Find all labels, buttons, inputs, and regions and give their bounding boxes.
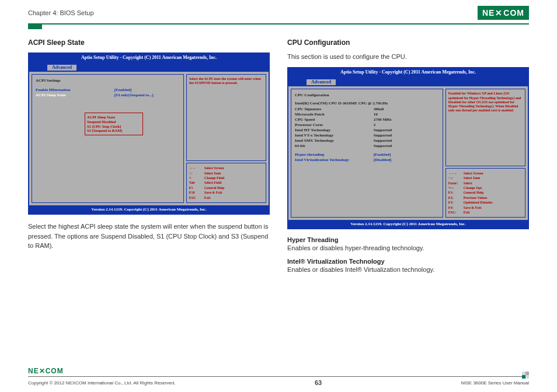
intel-vt-text: Enables or disables Intel® Virtualizatio… xyxy=(287,265,529,275)
popup-title: ACPI Sleep State xyxy=(87,115,141,120)
bios-footer-cpu: Version 2.14.1219. Copyright (C) 2011 Am… xyxy=(288,220,528,228)
popup-opt1[interactable]: Suspend Disabled xyxy=(87,120,141,124)
page-footer: NE✕COM Copyright © 2012 NEXCOM Internati… xyxy=(28,367,529,386)
copyright-text: Copyright © 2012 NEXCOM International Co… xyxy=(28,380,176,386)
nexcom-logo: NE✕COM xyxy=(478,6,529,20)
cpu-config-title: CPU Configuration xyxy=(287,38,529,47)
bios-panel-cpu: Aptio Setup Utility - Copyright (C) 2011… xyxy=(287,67,529,229)
bios-titlebar: Aptio Setup Utility - Copyright (C) 2011… xyxy=(29,54,269,61)
bios-footer: Version 2.14.1219. Copyright (C) 2011 Am… xyxy=(29,205,269,214)
manual-name: NISE 3600E Series User Manual xyxy=(461,380,530,386)
hyper-threading-heading: Hyper Threading xyxy=(287,236,529,243)
bios-main-pane-cpu: CPU Configuration Intel(R) Core(TM) CPU … xyxy=(291,89,443,218)
cpu-config-header: CPU Configuration xyxy=(295,93,439,97)
left-column: ACPI Sleep State Aptio Setup Utility - C… xyxy=(28,38,270,274)
cpu-name: Intel(R) Core(TM) CPU i5-3610ME CPU @ 2.… xyxy=(295,101,439,106)
bios-tab-advanced[interactable]: Advanced xyxy=(47,64,77,71)
popup-opt3[interactable]: S3 (Suspend to RAM) xyxy=(87,128,141,133)
acpi-sleep-state-value[interactable]: [S3 only(Suspend to...] xyxy=(114,93,180,97)
bios-help-pane-cpu: Enabled for Windows XP and Linux (OS opt… xyxy=(445,89,525,166)
acpi-sleep-state-label[interactable]: ACPI Sleep State xyxy=(36,93,114,97)
bios-tab-row: Advanced xyxy=(29,61,269,71)
popup-opt2[interactable]: S1 (CPU Stop Clock) xyxy=(87,124,141,129)
right-column: CPU Configuration This section is used t… xyxy=(287,38,529,274)
cpu-config-subtitle: This section is used to configure the CP… xyxy=(287,52,529,61)
bios-panel-acpi: Aptio Setup Utility - Copyright (C) 2011… xyxy=(28,52,270,215)
hyper-threading-text: Enables or disables hyper-threading tech… xyxy=(287,243,529,253)
side-tab-marker xyxy=(28,23,42,29)
acpi-settings-header: ACPI Settings xyxy=(36,78,180,83)
bios-help-pane: Select the ACPI state the system will en… xyxy=(186,74,266,161)
chapter-label: Chapter 4: BIOS Setup xyxy=(28,9,94,16)
bios-titlebar-cpu: Aptio Setup Utility - Copyright (C) 2011… xyxy=(288,68,528,76)
footer-logo: NE✕COM xyxy=(28,367,529,375)
enable-hibernation-label[interactable]: Enable Hibernation xyxy=(36,88,114,92)
acpi-description: Select the highest ACPI sleep state the … xyxy=(28,222,270,251)
bios-nav-pane-cpu: →←:Select Screen ↑↓:Select Item Enter:Se… xyxy=(445,168,525,218)
enable-hibernation-value[interactable]: [Enabled] xyxy=(114,88,180,92)
bios-nav-pane: →←Select Screen ↑↓Select Item +-Change F… xyxy=(186,163,266,203)
intel-vt-heading: Intel® Virtualization Technology xyxy=(287,258,529,265)
bios-tab-row-cpu: Advanced xyxy=(288,76,528,86)
page-number: 63 xyxy=(315,379,322,386)
footer-deco-icon-2 xyxy=(522,375,529,379)
bios-tab-advanced-cpu[interactable]: Advanced xyxy=(306,79,336,86)
hyper-threading-option[interactable]: Hyper-threading xyxy=(295,152,374,157)
acpi-title: ACPI Sleep State xyxy=(28,38,270,47)
acpi-popup[interactable]: ACPI Sleep State Suspend Disabled S1 (CP… xyxy=(85,113,143,135)
bios-main-pane: ACPI Settings Enable Hibernation [Enable… xyxy=(32,74,184,203)
intel-vt-option[interactable]: Intel Virtualization Technology xyxy=(295,158,374,162)
